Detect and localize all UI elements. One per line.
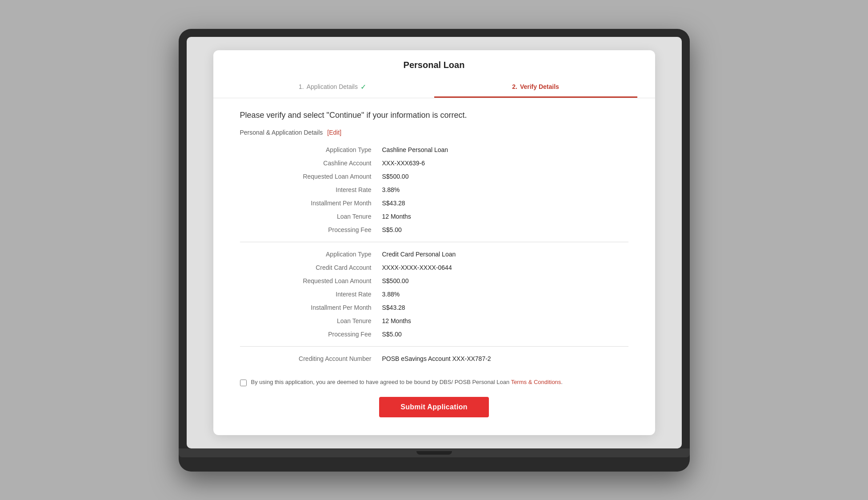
cashline-value-6: S$5.00 — [382, 223, 628, 236]
terms-row: By using this application, you are deeme… — [240, 374, 628, 386]
step-2-number: 2. — [512, 83, 517, 90]
step-1-check-icon: ✓ — [360, 83, 366, 91]
terms-link[interactable]: Terms & Conditions — [511, 379, 561, 385]
laptop-screen: Personal Loan 1. Application Details ✓ 2… — [187, 37, 682, 448]
modal-header: Personal Loan 1. Application Details ✓ 2… — [213, 50, 655, 98]
cashline-label-4: Installment Per Month — [240, 196, 382, 210]
modal-window: Personal Loan 1. Application Details ✓ 2… — [213, 50, 655, 435]
cc-value-0: Credit Card Personal Loan — [382, 248, 628, 261]
terms-checkbox[interactable] — [240, 380, 247, 386]
cashline-row: Processing FeeS$5.00 — [240, 223, 628, 236]
cashline-value-3: 3.88% — [382, 183, 628, 196]
crediting-table: Crediting Account Number POSB eSavings A… — [240, 352, 628, 365]
cashline-row: Cashline AccountXXX-XXX639-6 — [240, 156, 628, 170]
submit-area: Submit Application — [240, 386, 628, 421]
cashline-row: Interest Rate3.88% — [240, 183, 628, 196]
cc-label-0: Application Type — [240, 248, 382, 261]
cashline-label-3: Interest Rate — [240, 183, 382, 196]
credit-card-row: Processing FeeS$5.00 — [240, 328, 628, 341]
laptop-notch — [416, 451, 452, 455]
laptop-base — [179, 448, 690, 457]
cc-label-4: Installment Per Month — [240, 301, 382, 314]
cashline-value-1: XXX-XXX639-6 — [382, 156, 628, 170]
crediting-label: Crediting Account Number — [240, 352, 382, 365]
cashline-label-1: Cashline Account — [240, 156, 382, 170]
step-2-verify-details[interactable]: 2. Verify Details — [434, 78, 637, 98]
step-2-label: Verify Details — [520, 83, 559, 90]
cc-label-5: Loan Tenure — [240, 314, 382, 328]
credit-card-row: Application TypeCredit Card Personal Loa… — [240, 248, 628, 261]
cashline-row: Application TypeCashline Personal Loan — [240, 143, 628, 156]
modal-body: Please verify and select "Continue" if y… — [213, 98, 655, 435]
cashline-value-4: S$43.28 — [382, 196, 628, 210]
cashline-value-0: Cashline Personal Loan — [382, 143, 628, 156]
stepper: 1. Application Details ✓ 2. Verify Detai… — [231, 78, 637, 98]
cc-value-4: S$43.28 — [382, 301, 628, 314]
cc-value-2: S$500.00 — [382, 274, 628, 288]
submit-application-button[interactable]: Submit Application — [379, 397, 489, 417]
section-divider-1 — [240, 242, 628, 242]
step-1-number: 1. — [299, 83, 304, 90]
credit-card-row: Credit Card AccountXXXX-XXXX-XXXX-0644 — [240, 261, 628, 274]
cashline-row: Requested Loan AmountS$500.00 — [240, 170, 628, 183]
step-1-application-details[interactable]: 1. Application Details ✓ — [231, 78, 434, 98]
personal-details-label: Personal & Application Details — [240, 129, 323, 136]
cashline-label-6: Processing Fee — [240, 223, 382, 236]
laptop-frame: Personal Loan 1. Application Details ✓ 2… — [179, 29, 690, 472]
section-divider-2 — [240, 346, 628, 347]
cc-label-1: Credit Card Account — [240, 261, 382, 274]
cc-value-1: XXXX-XXXX-XXXX-0644 — [382, 261, 628, 274]
credit-card-row: Requested Loan AmountS$500.00 — [240, 274, 628, 288]
edit-link[interactable]: [Edit] — [327, 129, 341, 136]
cashline-label-5: Loan Tenure — [240, 210, 382, 223]
cc-label-3: Interest Rate — [240, 288, 382, 301]
terms-text: By using this application, you are deeme… — [251, 379, 563, 385]
page-background: Personal Loan 1. Application Details ✓ 2… — [187, 37, 682, 448]
cashline-row: Installment Per MonthS$43.28 — [240, 196, 628, 210]
cashline-row: Loan Tenure12 Months — [240, 210, 628, 223]
cashline-value-2: S$500.00 — [382, 170, 628, 183]
credit-card-row: Loan Tenure12 Months — [240, 314, 628, 328]
section-label: Personal & Application Details [Edit] — [240, 129, 628, 136]
credit-card-row: Interest Rate3.88% — [240, 288, 628, 301]
cc-value-6: S$5.00 — [382, 328, 628, 341]
cashline-details-table: Application TypeCashline Personal LoanCa… — [240, 143, 628, 236]
cashline-value-5: 12 Months — [382, 210, 628, 223]
credit-card-details-table: Application TypeCredit Card Personal Loa… — [240, 248, 628, 341]
cc-label-6: Processing Fee — [240, 328, 382, 341]
cc-value-5: 12 Months — [382, 314, 628, 328]
cc-value-3: 3.88% — [382, 288, 628, 301]
cashline-label-0: Application Type — [240, 143, 382, 156]
crediting-account-row: Crediting Account Number POSB eSavings A… — [240, 352, 628, 365]
cashline-label-2: Requested Loan Amount — [240, 170, 382, 183]
cc-label-2: Requested Loan Amount — [240, 274, 382, 288]
page-title: Personal Loan — [231, 60, 637, 70]
verify-heading: Please verify and select "Continue" if y… — [240, 111, 628, 120]
credit-card-row: Installment Per MonthS$43.28 — [240, 301, 628, 314]
step-1-label: Application Details — [307, 83, 358, 90]
crediting-value: POSB eSavings Account XXX-XX787-2 — [382, 352, 628, 365]
